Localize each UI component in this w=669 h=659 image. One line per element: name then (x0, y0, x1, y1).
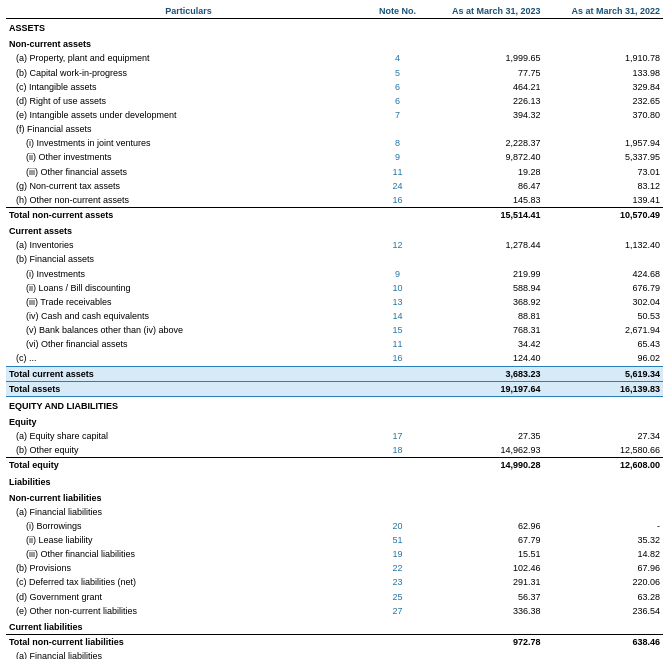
row-label: (b) Provisions (6, 561, 371, 575)
row-note: 9 (371, 267, 424, 281)
row-value-2023: 27.35 (424, 429, 543, 443)
row-value-2022: 329.84 (544, 80, 663, 94)
row-label: (d) Government grant (6, 590, 371, 604)
table-row: (a) Property, plant and equipment41,999.… (6, 51, 663, 65)
row-value-2022: 63.28 (544, 590, 663, 604)
table-row: (e) Other non-current liabilities27336.3… (6, 604, 663, 618)
row-value-2022 (544, 122, 663, 136)
row-value-2023: 19,197.64 (424, 381, 543, 396)
row-value-2023: 394.32 (424, 108, 543, 122)
row-value-2023: 102.46 (424, 561, 543, 575)
row-label: Total non-current assets (6, 207, 371, 222)
section-header-row: ASSETS (6, 19, 663, 36)
row-value-2023: 56.37 (424, 590, 543, 604)
row-label: (iii) Other financial assets (6, 165, 371, 179)
row-note: 51 (371, 533, 424, 547)
row-note: 16 (371, 351, 424, 366)
row-value-2023: 588.94 (424, 281, 543, 295)
section-header-row: Non-current assets (6, 35, 663, 51)
row-label: (e) Other non-current liabilities (6, 604, 371, 618)
row-label: Total equity (6, 458, 371, 473)
row-value-2022: 133.98 (544, 66, 663, 80)
row-note: 11 (371, 165, 424, 179)
row-note (371, 366, 424, 381)
row-label: Total assets (6, 381, 371, 396)
table-row: Total non-current liabilities972.78638.4… (6, 635, 663, 650)
table-row: (vi) Other financial assets1134.4265.43 (6, 337, 663, 351)
row-note: 22 (371, 561, 424, 575)
row-value-2023: 1,999.65 (424, 51, 543, 65)
row-note: 25 (371, 590, 424, 604)
row-value-2022: 232.65 (544, 94, 663, 108)
row-note: 10 (371, 281, 424, 295)
row-value-2023: 291.31 (424, 575, 543, 589)
row-label: (ii) Other investments (6, 150, 371, 164)
row-value-2023: 15.51 (424, 547, 543, 561)
row-value-2023: 124.40 (424, 351, 543, 366)
table-row: (ii) Lease liability5167.7935.32 (6, 533, 663, 547)
table-row: (iii) Trade receivables13368.92302.04 (6, 295, 663, 309)
row-value-2022: 50.53 (544, 309, 663, 323)
row-value-2023: 19.28 (424, 165, 543, 179)
row-note: 24 (371, 179, 424, 193)
row-note: 9 (371, 150, 424, 164)
row-value-2023 (424, 505, 543, 519)
row-value-2022: 5,337.95 (544, 150, 663, 164)
row-value-2022: 1,910.78 (544, 51, 663, 65)
table-row: (c) ...16124.4096.02 (6, 351, 663, 366)
row-note: 14 (371, 309, 424, 323)
table-row: (c) Deferred tax liabilities (net)23291.… (6, 575, 663, 589)
table-row: Total current assets3,683.235,619.34 (6, 366, 663, 381)
row-note (371, 505, 424, 519)
section-header-row: Equity (6, 413, 663, 429)
table-row: (ii) Other investments99,872.405,337.95 (6, 150, 663, 164)
row-value-2023: 62.96 (424, 519, 543, 533)
row-value-2022: 16,139.83 (544, 381, 663, 396)
header-note: Note No. (371, 4, 424, 19)
row-value-2022: 1,132.40 (544, 238, 663, 252)
section-header-row: EQUITY AND LIABILITIES (6, 396, 663, 413)
row-label: (i) Investments (6, 267, 371, 281)
row-value-2023: 368.92 (424, 295, 543, 309)
table-row: (b) Other equity1814,962.9312,580.66 (6, 443, 663, 458)
row-note: 20 (371, 519, 424, 533)
table-row: (a) Financial liabilities (6, 649, 663, 659)
row-label: Total non-current liabilities (6, 635, 371, 650)
table-row: (f) Financial assets (6, 122, 663, 136)
row-value-2022 (544, 505, 663, 519)
row-value-2023: 145.83 (424, 193, 543, 208)
row-value-2023: 34.42 (424, 337, 543, 351)
section-header: Liabilities (6, 473, 663, 489)
row-note: 7 (371, 108, 424, 122)
row-note: 11 (371, 337, 424, 351)
table-row: (iii) Other financial assets1119.2873.01 (6, 165, 663, 179)
row-note: 4 (371, 51, 424, 65)
row-label: (i) Borrowings (6, 519, 371, 533)
table-row: Total equity14,990.2812,608.00 (6, 458, 663, 473)
table-row: (d) Government grant2556.3763.28 (6, 590, 663, 604)
row-label: (i) Investments in joint ventures (6, 136, 371, 150)
row-value-2022: 14.82 (544, 547, 663, 561)
table-header: Particulars Note No. As at March 31, 202… (6, 4, 663, 19)
row-label: (a) Financial liabilities (6, 649, 371, 659)
row-label: (iii) Trade receivables (6, 295, 371, 309)
row-value-2023: 226.13 (424, 94, 543, 108)
row-note: 23 (371, 575, 424, 589)
row-note: 6 (371, 94, 424, 108)
section-header-row: Current liabilities (6, 618, 663, 635)
row-note: 12 (371, 238, 424, 252)
table-row: (iv) Cash and cash equivalents1488.8150.… (6, 309, 663, 323)
row-label: (b) Financial assets (6, 252, 371, 266)
row-value-2022: 73.01 (544, 165, 663, 179)
row-value-2023: 77.75 (424, 66, 543, 80)
row-label: Total current assets (6, 366, 371, 381)
table-row: (a) Inventories121,278.441,132.40 (6, 238, 663, 252)
row-note (371, 458, 424, 473)
row-value-2022: 83.12 (544, 179, 663, 193)
row-value-2023: 15,514.41 (424, 207, 543, 222)
table-row: Total assets19,197.6416,139.83 (6, 381, 663, 396)
row-note: 8 (371, 136, 424, 150)
section-header-row: Current assets (6, 222, 663, 238)
row-value-2022: 10,570.49 (544, 207, 663, 222)
table-row: (b) Financial assets (6, 252, 663, 266)
